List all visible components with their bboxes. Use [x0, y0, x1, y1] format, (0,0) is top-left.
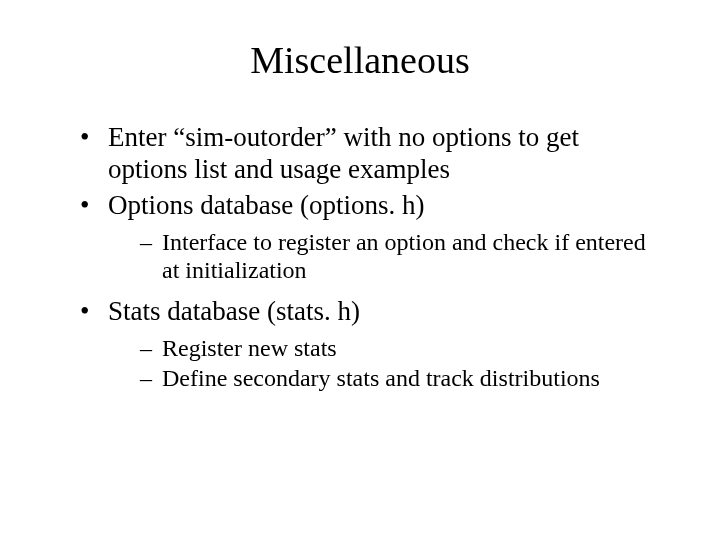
- sub-list: Register new stats Define secondary stat…: [108, 334, 660, 393]
- slide: Miscellaneous Enter “sim-outorder” with …: [0, 0, 720, 540]
- list-item: Enter “sim-outorder” with no options to …: [80, 122, 660, 186]
- sub-list-item: Interface to register an option and chec…: [140, 228, 660, 285]
- sub-list-item-text: Register new stats: [162, 335, 337, 361]
- list-item: Options database (options. h) Interface …: [80, 190, 660, 284]
- sub-list-item: Register new stats: [140, 334, 660, 362]
- slide-title: Miscellaneous: [60, 38, 660, 82]
- sub-list-item-text: Define secondary stats and track distrib…: [162, 365, 600, 391]
- list-item: Stats database (stats. h) Register new s…: [80, 296, 660, 392]
- bullet-list: Enter “sim-outorder” with no options to …: [60, 122, 660, 393]
- list-item-text: Enter “sim-outorder” with no options to …: [108, 122, 579, 184]
- sub-list: Interface to register an option and chec…: [108, 228, 660, 285]
- sub-list-item-text: Interface to register an option and chec…: [162, 229, 646, 283]
- list-item-text: Stats database (stats. h): [108, 296, 360, 326]
- sub-list-item: Define secondary stats and track distrib…: [140, 364, 660, 392]
- list-item-text: Options database (options. h): [108, 190, 424, 220]
